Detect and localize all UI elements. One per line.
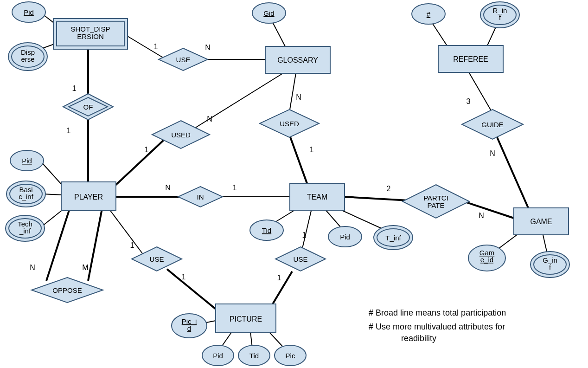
er-diagram: SHOT_DISPERSION SHOT_DISPERSION GLOSSARY… [0,0,588,368]
card-ref-guide-3: 3 [467,97,471,105]
rel-of: OF [63,94,113,120]
svg-text:Gid: Gid [263,9,274,17]
attr-pl-basic: Basic_inf Basic_inf [0,0,45,207]
svg-line-29 [109,209,144,255]
svg-text:Basic_inf: Basic_inf [19,186,34,200]
svg-text:Pid: Pid [213,352,223,360]
entity-shot-dispersion: SHOT_DISPERSION SHOT_DISPERSION [53,19,128,49]
attr-tm-tid: Tid [250,220,283,240]
entity-player: PLAYER [61,182,116,211]
attr-pl-pid: Pid [10,150,44,171]
card-tm-part-2: 2 [387,185,391,193]
card-tm-use3-1: 1 [302,231,307,239]
svg-text:#: # [427,10,431,18]
svg-text:USED: USED [171,131,191,139]
card-used-tm-1: 1 [310,146,314,154]
svg-text:OPPOSE: OPPOSE [52,286,82,294]
svg-line-19 [343,197,408,200]
rel-use-sd-glossary: USE [159,48,208,71]
svg-text:T_inf: T_inf [385,234,401,242]
svg-text:IN: IN [197,193,204,201]
card-guide-gm-n: N [490,149,495,157]
rel-use-player-picture: USE [132,247,182,271]
svg-line-20 [464,201,514,218]
svg-line-13 [289,135,307,183]
svg-text:TEAM: TEAM [307,193,327,201]
card-opp-n: N [30,264,35,271]
attr-tm-tinf: T_inf [374,226,413,250]
svg-line-7 [41,161,63,186]
attr-tm-pid: Pid [328,226,362,247]
card-in-tm-1: 1 [233,184,237,192]
card-pl-in-n: N [165,184,171,192]
svg-text:OF: OF [83,103,93,111]
svg-text:Pic: Pic [286,352,295,360]
card-use2-pic-1: 1 [182,273,186,281]
svg-text:PLAYER: PLAYER [74,193,103,201]
card-used-gl-n: N [207,115,212,123]
svg-text:REFEREE: REFEREE [453,55,488,63]
svg-line-22 [497,137,529,209]
rel-oppose: OPPOSE [32,278,103,303]
card-part-gm-n: N [479,212,484,220]
entity-team: TEAM [290,183,345,210]
card-use3-pic-1: 1 [277,274,281,282]
svg-text:Pid: Pid [24,8,34,16]
svg-text:GAME: GAME [530,218,552,226]
svg-text:GUIDE: GUIDE [481,121,504,129]
rel-guide: GUIDE [462,110,523,139]
svg-text:USE: USE [150,255,164,263]
card-sd-of-1: 1 [72,84,77,92]
entity-glossary: GLOSSARY [265,46,330,73]
svg-text:PICTURE: PICTURE [230,315,262,323]
entity-game: GAME [514,208,569,235]
svg-text:Tid: Tid [262,226,271,234]
rel-in: IN [178,187,223,207]
attr-pic-pic: Pic [275,345,306,366]
svg-text:Pid: Pid [22,157,32,165]
svg-text:Tid: Tid [249,352,259,360]
attr-pic-tid: Tid [238,345,270,366]
svg-line-10 [115,139,165,186]
svg-text:USE: USE [294,255,308,263]
svg-line-30 [167,269,218,311]
note-line1: # Broad line means total participation [369,308,506,317]
svg-text:Pid: Pid [340,233,350,241]
note-line2: # Use more multivalued attributes for [369,322,505,331]
card-pl-use2-1: 1 [130,241,134,249]
card-sd-use-1: 1 [154,43,158,51]
entity-referee: REFEREE [438,45,503,72]
attr-gl-gid: Gid [252,3,286,23]
svg-text:USED: USED [280,120,299,128]
svg-line-32 [271,271,292,306]
svg-text:Tech_inf: Tech_inf [18,220,32,235]
svg-text:GLOSSARY: GLOSSARY [277,56,318,64]
attr-ref-hash: # [412,4,445,24]
card-use-gl-n: N [205,44,211,52]
entity-picture: PICTURE [216,304,276,333]
svg-text:Game_id: Game_id [479,249,495,264]
attr-pic-pid: Pid [202,345,234,366]
svg-text:Disperse: Disperse [21,48,35,63]
card-opp-m: M [82,264,88,271]
card-of-pl-1: 1 [67,127,71,135]
svg-line-31 [302,209,312,248]
rel-used-glossary-team: USED [260,110,319,137]
card-pl-used-1: 1 [145,146,149,154]
svg-line-12 [289,73,296,112]
svg-line-28 [88,209,102,281]
attr-sd-pid: Pid [12,2,45,22]
rel-use-team-picture: USE [275,247,326,271]
note-line3: readibility [401,334,436,343]
svg-line-21 [468,71,492,111]
card-gl-used-n: N [296,93,301,101]
svg-line-2 [125,35,166,59]
svg-text:USE: USE [176,56,191,64]
rel-used-player-glossary: USED [152,121,210,148]
